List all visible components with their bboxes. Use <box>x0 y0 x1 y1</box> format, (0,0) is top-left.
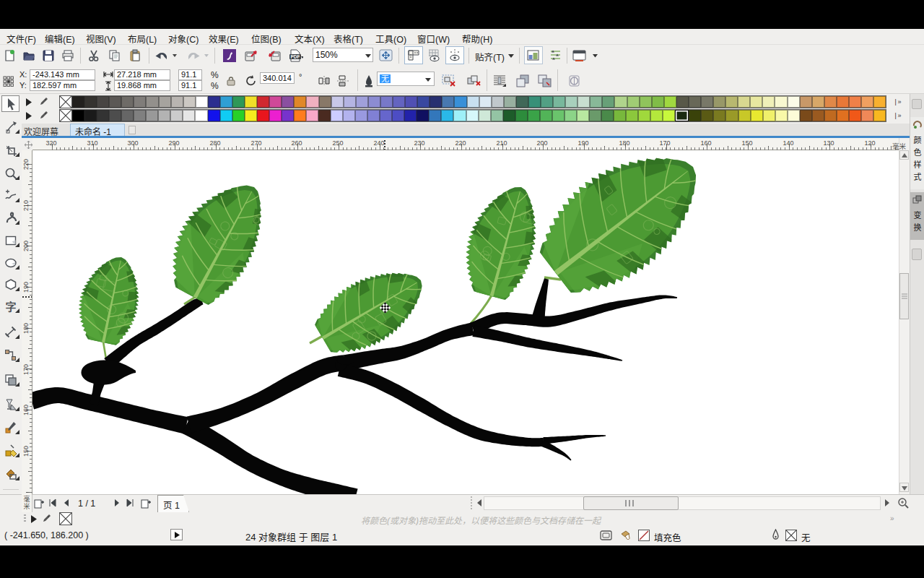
svg-text:PDF: PDF <box>291 54 300 59</box>
